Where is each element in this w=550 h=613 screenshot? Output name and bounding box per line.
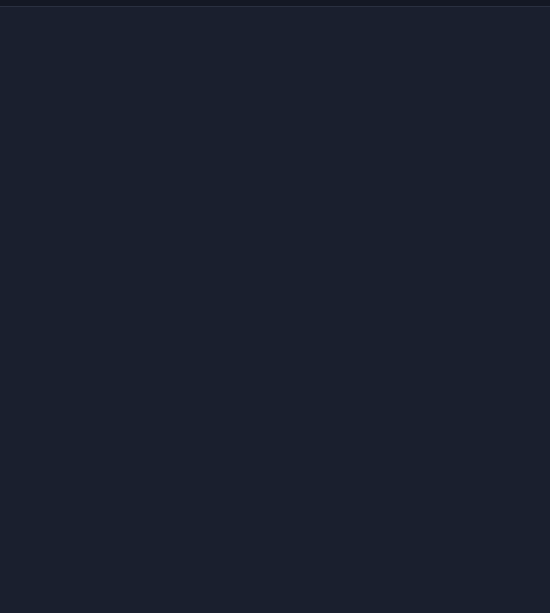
stats-table (0, 0, 550, 7)
table-header (0, 0, 550, 7)
